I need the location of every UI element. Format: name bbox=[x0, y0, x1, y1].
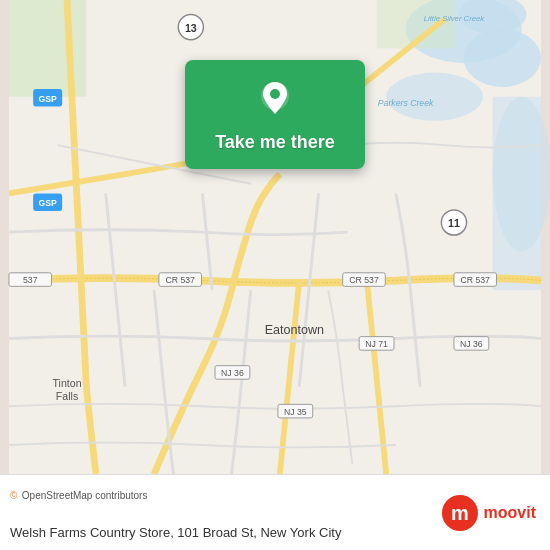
map-container: GSP GSP 13 11 CR 537 CR 537 CR 537 537 N… bbox=[0, 0, 550, 474]
svg-text:13: 13 bbox=[185, 22, 197, 34]
svg-point-40 bbox=[270, 89, 280, 99]
location-pin-icon bbox=[253, 78, 297, 122]
svg-text:NJ 36: NJ 36 bbox=[221, 368, 244, 378]
moovit-icon: m bbox=[442, 495, 478, 531]
svg-text:m: m bbox=[451, 502, 469, 524]
svg-point-6 bbox=[493, 97, 550, 252]
svg-text:Little Silver Creek: Little Silver Creek bbox=[424, 14, 486, 23]
svg-text:NJ 35: NJ 35 bbox=[284, 407, 307, 417]
svg-text:GSP: GSP bbox=[38, 94, 57, 104]
svg-text:Falls: Falls bbox=[56, 390, 78, 402]
osm-logo: © bbox=[10, 490, 17, 501]
svg-text:Parkers Creek: Parkers Creek bbox=[378, 98, 434, 108]
bottom-left-info: © OpenStreetMap contributors Welsh Farms… bbox=[10, 485, 442, 540]
svg-text:NJ 36: NJ 36 bbox=[460, 339, 483, 349]
osm-text: OpenStreetMap contributors bbox=[22, 490, 148, 501]
svg-text:NJ 71: NJ 71 bbox=[365, 339, 388, 349]
osm-attribution: © OpenStreetMap contributors bbox=[10, 485, 147, 503]
svg-text:Tinton: Tinton bbox=[52, 377, 81, 389]
svg-point-4 bbox=[386, 73, 483, 121]
svg-point-2 bbox=[464, 29, 541, 87]
svg-rect-7 bbox=[9, 0, 86, 97]
bottom-bar: © OpenStreetMap contributors Welsh Farms… bbox=[0, 474, 550, 550]
take-me-there-button[interactable]: Take me there bbox=[215, 132, 335, 153]
location-card: Take me there bbox=[185, 60, 365, 169]
svg-text:Eatontown: Eatontown bbox=[265, 323, 324, 337]
moovit-logo-area: m moovit bbox=[442, 495, 536, 531]
svg-text:537: 537 bbox=[23, 275, 38, 285]
svg-text:CR 537: CR 537 bbox=[165, 275, 195, 285]
svg-text:CR 537: CR 537 bbox=[349, 275, 379, 285]
location-name: Welsh Farms Country Store, 101 Broad St,… bbox=[10, 525, 341, 540]
svg-text:CR 537: CR 537 bbox=[461, 275, 491, 285]
moovit-text: moovit bbox=[484, 504, 536, 522]
app: GSP GSP 13 11 CR 537 CR 537 CR 537 537 N… bbox=[0, 0, 550, 550]
svg-text:11: 11 bbox=[448, 217, 460, 229]
svg-text:GSP: GSP bbox=[38, 198, 57, 208]
